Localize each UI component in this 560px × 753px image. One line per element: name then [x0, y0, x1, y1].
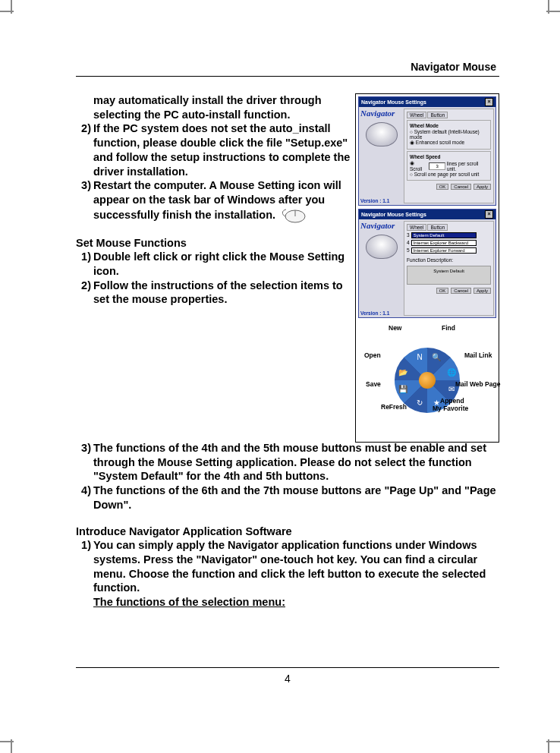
open-icon: 📂: [398, 367, 408, 378]
apply-button: Apply: [473, 288, 491, 294]
btn-num-4: 4: [407, 240, 410, 245]
text-column: may automatically install the driver thr…: [76, 93, 351, 443]
btn4-select: Internet Explorer Backward: [411, 240, 477, 246]
scroll-lines-suffix: lines per scroll unit.: [447, 161, 488, 172]
intro-step-1: You can simply apply the Navigator appli…: [93, 538, 499, 595]
list-number: 2): [76, 121, 93, 178]
list-number: 4): [76, 484, 93, 512]
mouse-icon: [282, 207, 307, 224]
install-step-3: Restart the computer. A Mouse Setting ic…: [93, 178, 351, 223]
list-number: 1): [76, 538, 93, 595]
dialog-title: Navigator Mouse Settings: [361, 99, 426, 105]
label-mail-link: Mail Link: [464, 351, 492, 359]
mail-link-icon: 🌐: [446, 367, 457, 378]
label-append: Append: [440, 397, 464, 405]
label-save: Save: [366, 380, 381, 388]
save-icon: 💾: [398, 384, 408, 395]
btn5-select: Internet Explorer Forward: [411, 247, 477, 254]
mouse-illustration: [366, 235, 398, 259]
radio-system-default: System default (Intelli-Mouse) mode: [410, 129, 488, 140]
brand-label: Navigator: [360, 109, 402, 118]
label-my-favorite: My Favorite: [433, 405, 468, 412]
settings-panel-wheel: Navigator Mouse Settings × Navigator Ver…: [358, 96, 496, 206]
section-title-introduce: Introduce Navigator Application Software: [76, 525, 499, 539]
apply-button: Apply: [473, 184, 491, 190]
wheel-center-icon: [419, 372, 436, 389]
ok-button: OK: [436, 184, 449, 190]
function-description-label: Function Description:: [407, 257, 491, 263]
list-number: 2): [76, 279, 93, 307]
tab-wheel: Wheel: [407, 224, 426, 231]
btn-num-5: 5: [407, 247, 410, 253]
label-find: Find: [442, 324, 455, 332]
dialog-title: Navigator Mouse Settings: [361, 212, 426, 217]
version-label: Version : 1.1: [360, 310, 402, 316]
tab-button: Button: [427, 224, 448, 231]
continued-paragraph: may automatically install the driver thr…: [76, 93, 351, 121]
set-fn-step-3: The functions of the 4th and the 5th mou…: [93, 441, 499, 484]
label-new: New: [389, 324, 401, 332]
text-column-wide: 3) The functions of the 4th and the 5th …: [76, 441, 499, 667]
brand-label: Navigator: [360, 221, 402, 230]
btn-num-3: 3: [407, 232, 410, 238]
figure-column: Navigator Mouse Settings × Navigator Ver…: [355, 93, 499, 443]
ok-button: OK: [436, 288, 449, 294]
set-fn-step-2: Follow the instructions of the selection…: [93, 279, 351, 307]
cancel-button: Cancel: [451, 288, 471, 294]
label-mail-web: Mail Web Page: [455, 380, 500, 388]
radio-scroll-page: Scroll one page per scroll unit: [410, 172, 488, 177]
set-fn-step-1: Double left click or right click the Mou…: [93, 250, 351, 278]
cancel-button: Cancel: [451, 184, 471, 190]
close-icon: ×: [485, 210, 493, 219]
refresh-icon: ↻: [414, 398, 425, 408]
radio-enhanced: Enhanced scroll mode: [410, 140, 488, 146]
install-step-2: If the PC system does not set the auto_i…: [93, 121, 351, 178]
list-number: 1): [76, 250, 93, 278]
version-label: Version : 1.1: [360, 198, 402, 203]
mouse-illustration: [366, 122, 398, 147]
function-description-value: System Default: [407, 266, 491, 285]
tab-button: Button: [427, 112, 448, 118]
label-refresh: ReFresh: [381, 403, 407, 411]
group-wheel-mode: Wheel Mode: [410, 123, 488, 128]
section-title-set-functions: Set Mouse Functions: [76, 236, 351, 250]
radio-scroll-lines: Scroll: [410, 160, 427, 172]
functions-subhead: The functions of the selection menu:: [76, 595, 499, 610]
btn3-select: System Default: [411, 232, 477, 238]
set-fn-step-4: The functions of the 6th and the 7th mou…: [93, 484, 499, 512]
page-number: 4: [76, 667, 499, 685]
header-product-name: Navigator Mouse: [76, 61, 499, 77]
close-icon: ×: [485, 98, 493, 106]
label-open: Open: [364, 351, 381, 359]
group-wheel-speed: Wheel Speed: [410, 154, 488, 159]
circular-menu-figure: N 🔍 📂 🌐 💾 ✉ ↻ ★ New Find Open Mail Link …: [358, 321, 496, 440]
tab-wheel: Wheel: [407, 112, 426, 118]
find-icon: 🔍: [431, 352, 442, 363]
scroll-lines-input: 3: [429, 162, 445, 170]
new-icon: N: [414, 352, 425, 363]
list-number: 3): [76, 441, 93, 484]
list-number: 3): [76, 178, 93, 223]
settings-panel-button: Navigator Mouse Settings × Navigator Ver…: [358, 209, 496, 318]
